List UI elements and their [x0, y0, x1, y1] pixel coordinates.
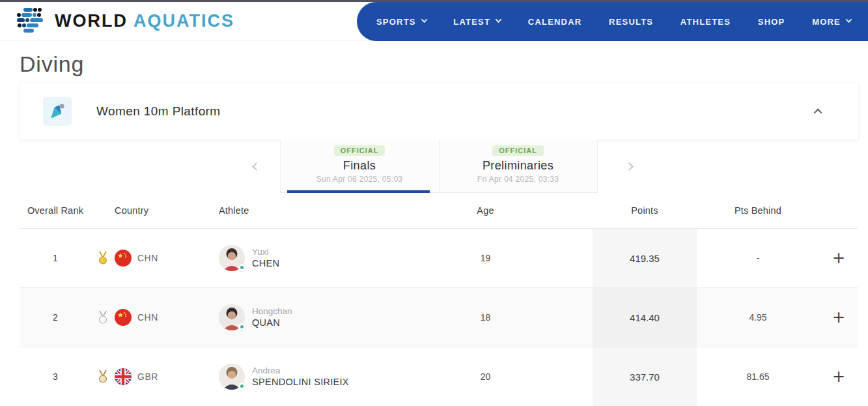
column-header-points: Points: [593, 205, 697, 216]
phase-tabs: OFFICIAL Finals Sun Apr 06 2025, 05:03 O…: [280, 139, 598, 193]
expand-row-button[interactable]: +: [832, 310, 845, 325]
table-row: 2 CHN Hongchan QUAN 18 414.40: [20, 288, 858, 347]
flag-gbr-icon: [115, 368, 132, 385]
tab-label: Finals: [343, 159, 376, 173]
tab-label: Preliminaries: [483, 159, 553, 173]
logo-wordmark: WORLDAQUATICS: [55, 11, 234, 31]
diving-event-icon-box: [43, 97, 72, 126]
tab-preliminaries[interactable]: OFFICIAL Preliminaries Fri Apr 04 2025, …: [439, 139, 597, 192]
nav-label: SPORTS: [376, 17, 416, 27]
column-header-athlete: Athlete: [219, 205, 438, 216]
chevron-down-icon: [846, 16, 852, 23]
table-row: 3 GBR Andrea SPENDOLINI SIRIEIX 20: [20, 347, 858, 406]
chevron-left-icon: [252, 162, 260, 171]
age-value: 19: [438, 253, 533, 263]
world-aquatics-globe-icon: [16, 7, 46, 35]
chevron-right-icon: [625, 162, 634, 171]
athlete-cell[interactable]: Andrea SPENDOLINI SIRIEIX: [219, 364, 438, 390]
column-header-country: Country: [115, 205, 219, 216]
tab-date: Fri Apr 04 2025, 03:33: [477, 175, 559, 184]
nav-item-latest[interactable]: LATEST: [453, 17, 501, 27]
age-value: 20: [438, 371, 533, 382]
official-badge: OFFICIAL: [334, 145, 385, 156]
expand-row-button[interactable]: +: [832, 369, 845, 384]
nav-label: RESULTS: [609, 17, 653, 27]
tabs-next-button[interactable]: [619, 139, 639, 193]
flag-chn-icon: [115, 250, 132, 267]
column-header-age: Age: [438, 205, 533, 216]
official-badge: OFFICIAL: [492, 145, 544, 156]
country-code: GBR: [137, 371, 158, 382]
athlete-last-name: SPENDOLINI SIRIEIX: [252, 376, 349, 388]
main-navigation: SPORTS LATEST CALENDAR RESULTS ATHLETES …: [357, 2, 868, 41]
rank-value: 2: [20, 312, 91, 323]
pts-behind-value: 4.95: [697, 312, 819, 323]
nav-label: SHOP: [758, 17, 785, 27]
nav-item-calendar[interactable]: CALENDAR: [528, 17, 582, 27]
nav-item-shop[interactable]: SHOP: [758, 17, 785, 27]
points-value: 414.40: [593, 288, 697, 347]
athlete-avatar: [219, 304, 245, 330]
tabs-previous-button[interactable]: [246, 139, 266, 193]
avatar-badge-icon: [238, 382, 246, 390]
medal-gold-icon: [94, 250, 111, 267]
nav-label: MORE: [812, 17, 841, 27]
pts-behind-value: 81.65: [697, 371, 819, 382]
points-value: 419.35: [593, 229, 697, 287]
chevron-down-icon: [496, 16, 502, 23]
pts-behind-value: -: [697, 253, 819, 263]
nav-label: CALENDAR: [528, 17, 582, 27]
athlete-avatar: [219, 245, 245, 271]
nav-item-more[interactable]: MORE: [812, 17, 851, 27]
phase-tab-strip: OFFICIAL Finals Sun Apr 06 2025, 05:03 O…: [0, 139, 868, 193]
athlete-first-name: Yuxi: [252, 246, 279, 258]
nav-item-results[interactable]: RESULTS: [609, 17, 653, 27]
athlete-avatar: [219, 364, 245, 390]
athlete-cell[interactable]: Hongchan QUAN: [219, 304, 438, 330]
nav-label: LATEST: [453, 17, 490, 27]
logo-word-world: WORLD: [55, 11, 128, 31]
active-tab-underline: [287, 190, 430, 193]
country-code: CHN: [137, 253, 158, 263]
diving-icon: [47, 101, 68, 122]
athlete-first-name: Andrea: [252, 365, 349, 377]
tab-date: Sun Apr 06 2025, 05:03: [316, 175, 403, 184]
rank-value: 1: [20, 253, 91, 263]
table-row: 1 CHN Yuxi CHEN 19 419.35 -: [20, 229, 858, 288]
event-card: Women 10m Platform: [20, 83, 858, 139]
athlete-cell[interactable]: Yuxi CHEN: [219, 245, 438, 271]
rank-value: 3: [20, 371, 91, 382]
athlete-last-name: QUAN: [252, 317, 292, 329]
age-value: 18: [438, 312, 533, 323]
chevron-down-icon: [421, 16, 427, 23]
avatar-badge-icon: [238, 263, 246, 272]
chevron-up-icon: [813, 108, 822, 117]
country-code: CHN: [137, 312, 158, 323]
medal-bronze-icon: [94, 368, 111, 385]
site-header: WORLDAQUATICS SPORTS LATEST CALENDAR RES…: [0, 0, 868, 41]
athlete-first-name: Hongchan: [252, 306, 292, 317]
collapse-event-button[interactable]: [811, 104, 826, 119]
nav-item-athletes[interactable]: ATHLETES: [680, 17, 731, 27]
expand-row-button[interactable]: +: [832, 250, 845, 266]
results-table: Overall Rank Country Athlete Age Points …: [20, 193, 858, 406]
athlete-last-name: CHEN: [252, 257, 279, 270]
logo-word-aquatics: AQUATICS: [133, 11, 234, 31]
medal-silver-icon: [94, 309, 111, 326]
event-name: Women 10m Platform: [96, 104, 221, 119]
flag-chn-icon: [115, 309, 132, 326]
page-title: Diving: [20, 51, 868, 77]
avatar-badge-icon: [238, 323, 246, 331]
points-value: 337.70: [593, 347, 697, 406]
column-header-pts-behind: Pts Behind: [697, 205, 819, 216]
world-aquatics-logo[interactable]: WORLDAQUATICS: [16, 7, 234, 35]
nav-item-sports[interactable]: SPORTS: [376, 17, 427, 27]
nav-label: ATHLETES: [680, 17, 731, 27]
column-header-overall-rank: Overall Rank: [20, 205, 91, 216]
page-top-edge: [0, 0, 868, 2]
table-header-row: Overall Rank Country Athlete Age Points …: [20, 193, 858, 229]
tab-finals[interactable]: OFFICIAL Finals Sun Apr 06 2025, 05:03: [281, 139, 439, 192]
